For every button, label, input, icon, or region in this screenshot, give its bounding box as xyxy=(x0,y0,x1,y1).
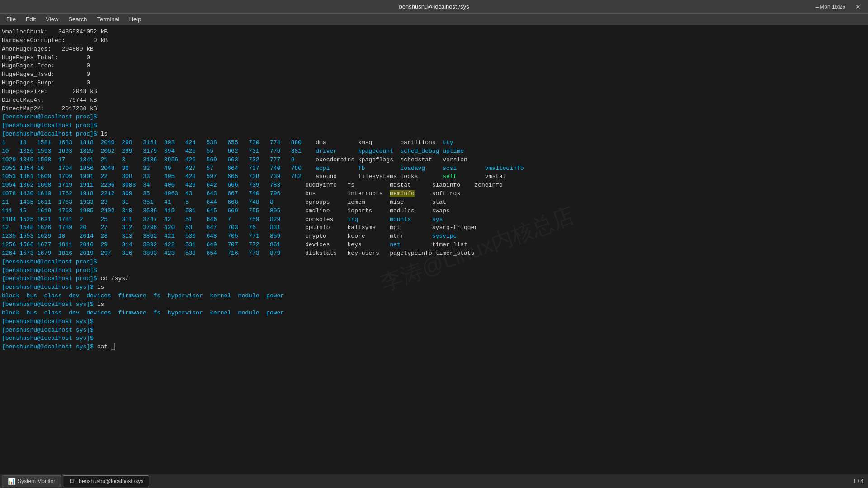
taskbar: 📊 System Monitor 🖥 benshushu@localhost:/… xyxy=(0,474,868,488)
menu-search[interactable]: Search xyxy=(64,15,91,23)
menu-edit[interactable]: Edit xyxy=(21,15,40,23)
term-line: [benshushu@localhost sys]$ ls xyxy=(2,283,866,292)
term-line: AnonHugePages: 204800 kB xyxy=(2,45,866,54)
titlebar-controls[interactable]: – □ ✕ xyxy=(807,0,868,14)
menu-view[interactable]: View xyxy=(41,15,63,23)
terminal-area[interactable]: 李涛@Linux内核总店 VmallocChunk: 34359341052 k… xyxy=(0,25,868,474)
taskbar-right: 1 / 4 xyxy=(853,478,866,484)
term-line: [benshushu@localhost sys]$ xyxy=(2,318,866,326)
taskbar-system-monitor-label: System Monitor xyxy=(18,478,55,484)
term-line: [benshushu@localhost proc]$ xyxy=(2,267,866,275)
taskbar-terminal-label: benshushu@localhost:/sys xyxy=(79,478,143,484)
term-line: [benshushu@localhost proc]$ xyxy=(2,258,866,267)
titlebar-title: benshushu@localhost:/sys xyxy=(399,3,469,10)
term-line: 12 1548 1626 1789 20 27 312 3796 420 53 … xyxy=(2,224,866,232)
page-indicator: 1 / 4 xyxy=(853,478,863,484)
monitor-icon: 📊 xyxy=(8,478,15,485)
term-line: HugePages_Free: 0 xyxy=(2,62,866,70)
term-line: block bus class dev devices firmware fs … xyxy=(2,309,866,318)
term-line: 1264 1573 1679 1816 2019 297 316 3893 42… xyxy=(2,249,866,258)
term-line: [benshushu@localhost sys]$ xyxy=(2,334,866,343)
term-line: 1078 1430 1610 1762 1918 2212 309 35 406… xyxy=(2,190,866,198)
term-line: 1052 1354 16 1704 1856 2048 30 32 40 427… xyxy=(2,164,866,173)
term-line: 1053 1361 1600 1709 1901 22 308 33 405 4… xyxy=(2,173,866,181)
term-line: [benshushu@localhost proc]$ xyxy=(2,113,866,122)
term-line: HardwareCorrupted: 0 kB xyxy=(2,37,866,45)
term-line: 1184 1525 1621 1781 2 25 311 3747 42 51 … xyxy=(2,216,866,224)
term-line: [benshushu@localhost sys]$ xyxy=(2,326,866,335)
titlebar: benshushu@localhost:/sys Mon 15:26 – □ ✕ xyxy=(0,0,868,14)
menu-terminal[interactable]: Terminal xyxy=(93,15,124,23)
menubar: File Edit View Search Terminal Help xyxy=(0,14,868,25)
term-line: [benshushu@localhost proc]$ cd /sys/ xyxy=(2,275,866,283)
term-line: 1235 1553 1629 18 2014 28 313 3862 421 5… xyxy=(2,232,866,241)
term-line: DirectMap4k: 79744 kB xyxy=(2,96,866,105)
term-line: 10 1326 1593 1693 1825 2062 299 3179 394… xyxy=(2,147,866,156)
term-line: [benshushu@localhost sys]$ ls xyxy=(2,300,866,309)
minimize-button[interactable]: – xyxy=(807,0,827,14)
menu-help[interactable]: Help xyxy=(125,15,146,23)
taskbar-terminal[interactable]: 🖥 benshushu@localhost:/sys xyxy=(63,475,149,487)
term-line: 111 15 1619 1768 1985 2402 310 3686 419 … xyxy=(2,207,866,216)
menu-file[interactable]: File xyxy=(2,15,20,23)
term-line: HugePages_Total: 0 xyxy=(2,54,866,62)
term-line: 1256 1566 1677 1811 2016 29 314 3892 422… xyxy=(2,241,866,249)
term-line: [benshushu@localhost proc]$ xyxy=(2,122,866,130)
term-line: HugePages_Surp: 0 xyxy=(2,79,866,88)
taskbar-system-monitor[interactable]: 📊 System Monitor xyxy=(2,475,61,487)
term-line: 1054 1362 1608 1719 1911 2206 3083 34 40… xyxy=(2,181,866,190)
maximize-button[interactable]: □ xyxy=(827,0,848,14)
terminal-icon: 🖥 xyxy=(69,478,76,485)
term-line: DirectMap2M: 2017280 kB xyxy=(2,105,866,113)
term-line: [benshushu@localhost proc]$ ls xyxy=(2,130,866,139)
term-line: 11 1435 1611 1763 1933 23 31 351 41 5 64… xyxy=(2,198,866,207)
term-line: 1029 1349 1598 17 1841 21 3 3186 3956 42… xyxy=(2,156,866,164)
term-line: VmallocChunk: 34359341052 kB xyxy=(2,28,866,37)
close-button[interactable]: ✕ xyxy=(848,0,868,14)
term-line: block bus class dev devices firmware fs … xyxy=(2,292,866,300)
term-line: HugePages_Rsvd: 0 xyxy=(2,70,866,79)
term-line: 1 13 1581 1683 1818 2040 298 3161 393 42… xyxy=(2,139,866,147)
term-line: Hugepagesize: 2048 kB xyxy=(2,88,866,96)
term-line: [benshushu@localhost sys]$ cat █ xyxy=(2,343,866,352)
